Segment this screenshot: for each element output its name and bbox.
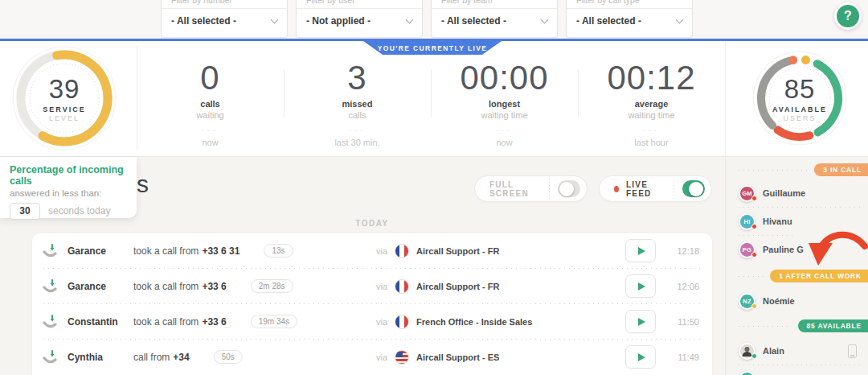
stat-longest-waiting-time: 00:00 longest waiting time ··· now bbox=[431, 41, 578, 157]
filter-selected-value: - Not applied - bbox=[306, 15, 371, 27]
filter-user-dropdown[interactable]: Filter by user - Not applied - bbox=[296, 0, 423, 38]
avatar: AC bbox=[739, 371, 755, 375]
agent-name: Cynthia bbox=[68, 352, 133, 363]
currently-live-banner: ‹ YOU'RE CURRENTLY LIVE › bbox=[363, 41, 502, 55]
call-feed: Garance took a call from +33 6 31 13s vi… bbox=[32, 233, 712, 375]
call-description: call from bbox=[133, 352, 170, 363]
pause-dot bbox=[801, 56, 810, 64]
in-call-group: 3 IN CALL bbox=[726, 163, 868, 176]
status-dot-icon bbox=[751, 353, 757, 359]
call-time: 11:50 bbox=[667, 317, 699, 327]
filter-label: Filter by number bbox=[162, 0, 287, 9]
play-recording-button[interactable] bbox=[625, 345, 656, 369]
divider bbox=[739, 170, 808, 171]
agent-name: Garance bbox=[68, 281, 133, 292]
live-feed-toggle[interactable] bbox=[682, 180, 705, 197]
live-stats: 0 calls waiting ··· now 3 missed calls ·… bbox=[137, 41, 725, 157]
acw-dot bbox=[788, 56, 797, 64]
in-call-badge: 3 IN CALL bbox=[814, 163, 868, 176]
user-name: Hivanu bbox=[763, 216, 792, 226]
filter-selected-value: - All selected - bbox=[171, 15, 236, 27]
call-duration-badge: 2m 28s bbox=[251, 279, 293, 293]
mobile-phone-icon bbox=[848, 344, 857, 358]
chevron-down-icon bbox=[541, 15, 549, 23]
filter-number-dropdown[interactable]: Filter by number - All selected - bbox=[161, 0, 288, 38]
service-level-gauge: 39 SERVICE LEVEL bbox=[8, 42, 121, 155]
stat-missed-calls: 3 missed calls ··· last 30 min. bbox=[284, 41, 431, 157]
live-feed-control: LIVE FEED bbox=[599, 175, 712, 202]
divider bbox=[739, 326, 792, 327]
phone-number: +33 6 bbox=[202, 281, 226, 292]
divider bbox=[739, 207, 860, 208]
recording-dot-icon bbox=[614, 186, 619, 192]
filter-call-type-dropdown[interactable]: Filter by call type - All selected - bbox=[566, 0, 693, 38]
user-name: Pauline G bbox=[763, 245, 804, 254]
flag-es-icon bbox=[395, 350, 409, 365]
available-users-gauge: 85 AVAILABLE USERS bbox=[747, 46, 852, 150]
status-dot-icon bbox=[751, 303, 757, 309]
call-duration-badge: 50s bbox=[214, 350, 243, 364]
call-row: Garance took a call from +33 6 2m 28s vi… bbox=[32, 269, 712, 303]
help-button[interactable]: ? bbox=[834, 2, 862, 30]
phone-number: +33 6 31 bbox=[202, 245, 240, 257]
agent-name: Constantin bbox=[68, 316, 133, 328]
full-screen-toggle[interactable] bbox=[558, 180, 580, 197]
filter-selected-value: - All selected - bbox=[576, 15, 641, 27]
flag-fr-icon bbox=[395, 279, 409, 294]
status-dot-icon bbox=[751, 224, 757, 229]
avatar: HI bbox=[739, 213, 755, 230]
user-name: Guillaume bbox=[763, 188, 805, 198]
gauge-ring bbox=[8, 42, 121, 155]
user-row: PG Pauline G bbox=[739, 237, 868, 262]
available-badge: 85 AVAILABLE bbox=[798, 319, 868, 332]
gauge-ring bbox=[747, 46, 852, 150]
play-recording-button[interactable] bbox=[625, 239, 656, 262]
status-dot-icon bbox=[751, 252, 757, 258]
avatar: NZ bbox=[739, 293, 755, 310]
users-sidebar: 3 IN CALL GM Guillaume HI Hivanu PG Paul… bbox=[725, 157, 868, 375]
filter-bar: Filter by number - All selected - Filter… bbox=[0, 0, 868, 39]
divider bbox=[549, 179, 550, 200]
filter-label: Filter by call type bbox=[567, 0, 692, 9]
call-description: took a call from bbox=[133, 316, 199, 328]
divider bbox=[739, 276, 764, 277]
call-time: 12:06 bbox=[667, 282, 699, 291]
seconds-threshold-input[interactable] bbox=[10, 203, 40, 220]
call-description: took a call from bbox=[133, 245, 199, 257]
filter-label: Filter by user bbox=[297, 0, 422, 9]
avatar-photo bbox=[739, 343, 755, 360]
play-icon bbox=[638, 318, 645, 326]
today-separator: TODAY bbox=[32, 219, 712, 228]
play-icon bbox=[638, 282, 645, 291]
call-row: Cynthia call from +34 50s via Aircall Su… bbox=[32, 340, 712, 374]
play-icon bbox=[638, 353, 645, 361]
filter-label: Filter by team bbox=[432, 0, 557, 9]
incoming-call-icon bbox=[42, 278, 58, 295]
call-description: took a call from bbox=[133, 281, 199, 292]
line-name: French Office - Inside Sales bbox=[416, 317, 532, 327]
chevron-down-icon bbox=[676, 15, 684, 23]
play-recording-button[interactable] bbox=[625, 274, 656, 298]
call-row: Garance took a call from +33 6 31 13s vi… bbox=[32, 233, 712, 268]
incoming-call-icon bbox=[42, 314, 58, 330]
incoming-call-icon bbox=[42, 243, 58, 259]
user-row: Alain bbox=[739, 339, 868, 363]
divider bbox=[739, 235, 796, 236]
play-recording-button[interactable] bbox=[625, 310, 656, 333]
user-row: GM Guillaume bbox=[739, 181, 868, 205]
flag-fr-icon bbox=[395, 315, 409, 329]
divider bbox=[674, 179, 674, 200]
filter-team-dropdown[interactable]: Filter by team - All selected - bbox=[431, 0, 558, 38]
avatar: GM bbox=[739, 185, 755, 202]
line-name: Aircall Support - FR bbox=[416, 282, 499, 291]
service-level-tooltip: Percentage of incoming calls answered in… bbox=[0, 157, 137, 218]
tooltip-title: Percentage of incoming calls bbox=[10, 164, 127, 188]
agent-name: Garance bbox=[68, 245, 133, 257]
play-icon bbox=[638, 247, 645, 255]
user-row: AC Anastasiia bbox=[739, 367, 868, 375]
call-time: 11:49 bbox=[667, 352, 699, 362]
phone-number: +34 bbox=[173, 352, 189, 363]
user-row: NZ Noémie bbox=[739, 289, 868, 313]
aircall-live-dashboard: Filter by number - All selected - Filter… bbox=[0, 0, 868, 375]
line-name: Aircall Support - FR bbox=[416, 246, 499, 256]
